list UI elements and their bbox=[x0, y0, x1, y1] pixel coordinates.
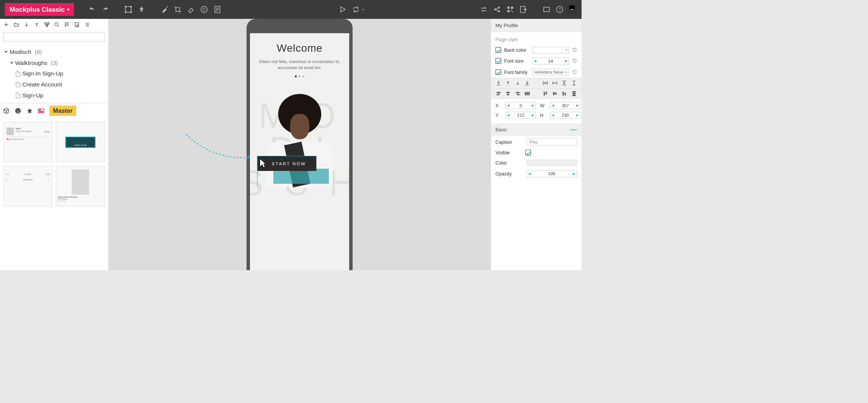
sync-caret-icon[interactable]: ▾ bbox=[362, 8, 364, 11]
master-card[interactable]: START NOW bbox=[56, 122, 105, 162]
reset-icon[interactable] bbox=[572, 69, 577, 75]
reset-icon[interactable] bbox=[572, 47, 577, 53]
redo-icon[interactable] bbox=[102, 6, 109, 13]
basic-section-header[interactable]: Basic — bbox=[491, 123, 582, 136]
tree-page[interactable]: Sign-Up bbox=[5, 90, 104, 101]
autofill-icon[interactable] bbox=[161, 6, 169, 13]
w-spinner[interactable]: ◀357▶ bbox=[550, 102, 580, 109]
opacity-spinner[interactable]: ◀100▶ bbox=[526, 170, 577, 177]
spec-icon[interactable] bbox=[214, 6, 221, 13]
pages-search-input[interactable] bbox=[3, 32, 105, 42]
svg-rect-22 bbox=[48, 23, 49, 24]
svg-rect-38 bbox=[573, 95, 576, 96]
visible-checkbox[interactable] bbox=[525, 150, 531, 155]
qr-icon[interactable] bbox=[506, 6, 514, 13]
font-family-checkbox[interactable] bbox=[496, 69, 501, 75]
font-size-spinner[interactable]: ◀14▶ bbox=[532, 57, 569, 65]
collapse-icon[interactable]: — bbox=[571, 126, 577, 134]
pin-icon[interactable] bbox=[138, 6, 145, 13]
mc1-title: NIKE bbox=[16, 128, 21, 130]
master-card[interactable]: NIKE Free 4.0 Flyknit 260$ 🔖 8.5 US, 8 U… bbox=[3, 122, 52, 162]
canvas[interactable]: Welcome Etiam nisl felis, maximus ut con… bbox=[109, 19, 491, 270]
align-middle-icon[interactable] bbox=[552, 91, 558, 97]
move-down-icon[interactable] bbox=[24, 22, 29, 28]
fullscreen-icon[interactable] bbox=[543, 6, 550, 13]
master-start-thumb: START NOW bbox=[65, 137, 95, 148]
brand-dropdown-button[interactable]: Mockplus Classic bbox=[5, 3, 74, 16]
svg-rect-21 bbox=[45, 23, 46, 24]
dist-h-icon[interactable] bbox=[542, 80, 548, 86]
flag-icon[interactable] bbox=[64, 22, 70, 28]
tree-root[interactable]: Modisch (8) bbox=[5, 47, 104, 58]
svg-point-5 bbox=[166, 6, 168, 8]
align-bottom-icon[interactable] bbox=[561, 91, 567, 97]
transfer-icon[interactable] bbox=[480, 6, 488, 13]
svg-rect-23 bbox=[46, 25, 48, 27]
export-icon[interactable] bbox=[519, 6, 527, 13]
undo-icon[interactable] bbox=[88, 6, 96, 13]
add-page-icon[interactable] bbox=[3, 22, 9, 28]
color-picker[interactable] bbox=[526, 160, 577, 166]
x-spinner[interactable]: ◀0▶ bbox=[506, 102, 536, 109]
align-center-h-icon[interactable] bbox=[505, 91, 511, 97]
svg-rect-13 bbox=[511, 7, 513, 9]
tree-page[interactable]: Create Account bbox=[5, 79, 104, 90]
user-avatar[interactable] bbox=[568, 5, 577, 14]
svg-point-26 bbox=[77, 25, 79, 27]
reset-icon[interactable] bbox=[572, 58, 577, 64]
master-tab-label: Master bbox=[49, 106, 76, 116]
align-right-icon[interactable] bbox=[515, 91, 521, 97]
caption-input[interactable] bbox=[526, 138, 577, 146]
back-color-checkbox[interactable] bbox=[496, 47, 501, 53]
star-icon[interactable] bbox=[26, 108, 33, 114]
svg-rect-12 bbox=[507, 7, 509, 9]
tree-icon[interactable] bbox=[44, 22, 50, 28]
crop-icon[interactable] bbox=[174, 6, 182, 13]
align-left-icon[interactable] bbox=[496, 91, 502, 97]
master-card[interactable]: Maison Martin Margiela Dark Brown size 8… bbox=[56, 166, 105, 206]
eraser-icon[interactable] bbox=[187, 6, 195, 13]
help-icon[interactable]: ? bbox=[556, 6, 563, 13]
master-card[interactable]: •••••4:21 PM8.5% ≡Mockplus⌕ bbox=[3, 166, 52, 206]
svg-rect-14 bbox=[507, 10, 509, 12]
bring-front-icon[interactable] bbox=[496, 80, 502, 86]
cube-icon[interactable] bbox=[3, 108, 9, 114]
svg-point-24 bbox=[55, 23, 58, 26]
page-settings-icon[interactable] bbox=[74, 22, 80, 28]
list-icon[interactable] bbox=[85, 22, 90, 28]
font-size-checkbox[interactable] bbox=[496, 58, 501, 64]
group-icon[interactable] bbox=[125, 6, 132, 13]
tree-page[interactable]: Sign-In Sign-Up bbox=[5, 68, 104, 79]
sync-icon[interactable] bbox=[352, 6, 360, 13]
equal-width-icon[interactable] bbox=[552, 80, 558, 86]
send-back-icon[interactable] bbox=[524, 80, 530, 86]
align-bar-2 bbox=[491, 89, 582, 99]
font-family-dropdown[interactable]: Helvetica Neue bbox=[532, 69, 569, 76]
share-icon[interactable] bbox=[493, 6, 501, 13]
search-icon[interactable] bbox=[54, 22, 60, 28]
new-folder-icon[interactable] bbox=[14, 22, 19, 28]
svg-rect-31 bbox=[39, 109, 41, 111]
equal-height-icon[interactable] bbox=[571, 80, 577, 86]
svg-rect-16 bbox=[512, 11, 513, 12]
y-spinner[interactable]: ◀112▶ bbox=[506, 112, 536, 119]
start-now-button[interactable]: START NOW bbox=[257, 156, 316, 171]
h-spinner[interactable]: ◀230▶ bbox=[550, 112, 580, 119]
tree-group[interactable]: Walktroughs (3) bbox=[5, 57, 104, 68]
move-up-icon[interactable] bbox=[34, 22, 40, 28]
smiley-icon[interactable] bbox=[15, 108, 21, 114]
svg-rect-2 bbox=[130, 6, 132, 8]
master-tab-icon[interactable] bbox=[38, 108, 44, 114]
align-top-icon[interactable] bbox=[542, 91, 548, 97]
pager-dots bbox=[257, 75, 343, 77]
distribute-v-icon[interactable] bbox=[571, 91, 577, 97]
distribute-h-icon[interactable] bbox=[524, 91, 530, 97]
brand-text: Mockplus Classic bbox=[9, 6, 65, 14]
send-backward-icon[interactable] bbox=[515, 80, 521, 86]
back-color-picker[interactable] bbox=[532, 47, 569, 53]
play-icon[interactable] bbox=[339, 6, 346, 13]
demo-icon[interactable]: D bbox=[200, 6, 208, 13]
tree-page-name: Create Account bbox=[22, 81, 62, 88]
dist-v-icon[interactable] bbox=[561, 80, 567, 86]
bring-forward-icon[interactable] bbox=[505, 80, 511, 86]
